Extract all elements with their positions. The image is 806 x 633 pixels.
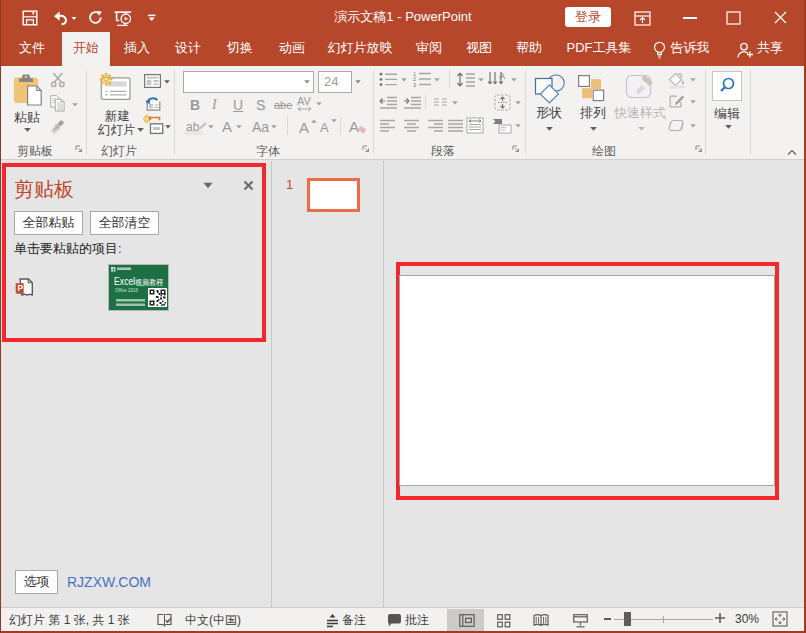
svg-text:3: 3 [413,82,416,88]
svg-text:A: A [499,71,505,81]
